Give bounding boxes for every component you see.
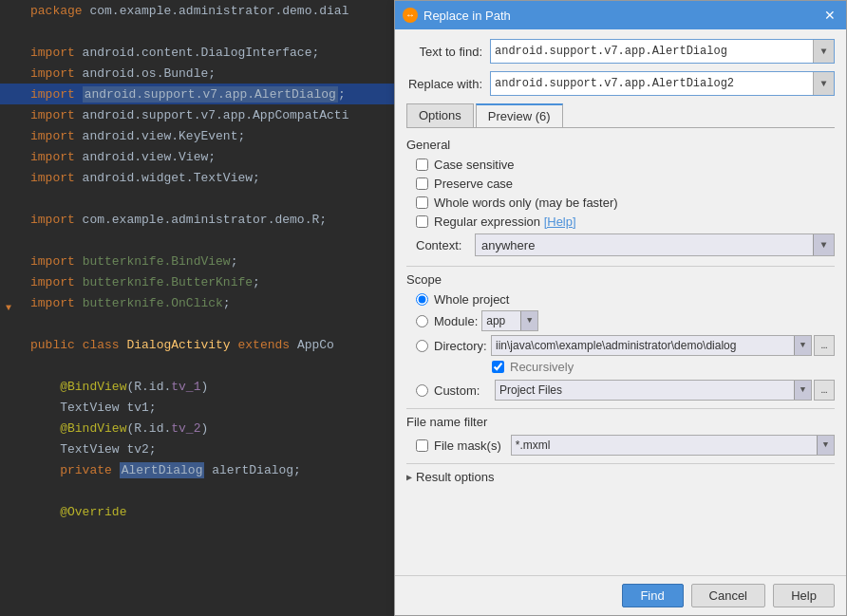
module-value: app	[482, 313, 520, 328]
replace-with-row: Replace with: ▼	[406, 71, 835, 96]
code-line-1: package com.example.administrator.demo.d…	[0, 0, 394, 21]
code-line-blank2	[0, 188, 394, 209]
module-dropdown-btn[interactable]: ▼	[520, 311, 537, 330]
regex-label: Regular expression [Help]	[434, 215, 576, 229]
file-mask-checkbox[interactable]	[416, 439, 428, 452]
code-line-import5: import android.view.KeyEvent;	[0, 125, 394, 146]
dialog-footer: Find Cancel Help	[395, 575, 846, 615]
dialog-replace-icon: ↔	[403, 8, 418, 23]
replace-with-input[interactable]	[491, 72, 813, 95]
whole-words-row: Whole words only (may be faster)	[416, 196, 835, 210]
file-mask-dropdown[interactable]: *.mxml ▼	[511, 435, 835, 456]
file-mask-value: *.mxml	[512, 438, 817, 453]
replace-with-dropdown[interactable]: ▼	[813, 72, 834, 95]
divider3	[406, 463, 835, 464]
preserve-case-row: Preserve case	[416, 177, 835, 191]
directory-dropdown-btn[interactable]: ▼	[794, 336, 811, 355]
directory-input[interactable]: iin\java\com\example\administrator\demo\…	[491, 335, 812, 356]
text-to-find-input[interactable]	[491, 40, 813, 63]
replace-with-input-wrap[interactable]: ▼	[490, 71, 835, 96]
code-line-blank3	[0, 230, 394, 251]
code-line-bk1: import butterknife.BindView;	[0, 251, 394, 271]
code-line-import6: import android.view.View;	[0, 146, 394, 167]
dialog-titlebar: ↔ Replace in Path ✕	[395, 1, 846, 29]
whole-project-row: Whole project	[416, 292, 835, 307]
custom-dropdown-btn[interactable]: ▼	[794, 381, 811, 400]
scope-section: Scope Whole project Module: app ▼	[406, 272, 835, 401]
recursive-row: Recursively	[492, 360, 835, 374]
divider	[406, 266, 835, 267]
file-filter-row: File mask(s) *.mxml ▼	[416, 435, 835, 456]
dialog-body: Text to find: ▼ Replace with: ▼ Options …	[395, 29, 846, 575]
code-line-tv1: TextView tv1;	[0, 397, 394, 418]
tab-preview[interactable]: Preview (6)	[476, 103, 563, 127]
custom-dropdown[interactable]: Project Files ▼	[495, 380, 812, 401]
custom-browse-btn[interactable]: …	[814, 380, 835, 401]
custom-label: Custom:	[434, 383, 491, 398]
directory-label: Directory:	[434, 339, 491, 353]
code-line-import7: import android.widget.TextView;	[0, 167, 394, 188]
case-sensitive-label: Case sensitive	[434, 158, 515, 172]
regex-row: Regular expression [Help]	[416, 215, 835, 229]
code-line-bk2: import butterknife.ButterKnife;	[0, 271, 394, 292]
tab-options[interactable]: Options	[406, 103, 474, 127]
module-dropdown[interactable]: app ▼	[481, 310, 538, 331]
tabs-row: Options Preview (6)	[406, 103, 835, 128]
text-to-find-input-wrap[interactable]: ▼	[490, 39, 835, 64]
result-options-row[interactable]: ▶ Result options	[406, 470, 835, 484]
code-line-blank6	[0, 480, 394, 501]
regex-help-link[interactable]: [Help]	[544, 215, 576, 229]
preserve-case-label: Preserve case	[434, 177, 513, 191]
custom-value: Project Files	[496, 383, 794, 398]
cancel-button[interactable]: Cancel	[691, 584, 765, 607]
directory-radio[interactable]	[416, 340, 428, 352]
code-line-override: @Override	[0, 501, 394, 522]
recursively-label: Recursively	[510, 360, 574, 374]
file-mask-dropdown-btn[interactable]: ▼	[817, 436, 834, 455]
file-filter-section: File name filter File mask(s) *.mxml ▼	[406, 415, 835, 456]
recursively-checkbox[interactable]	[492, 361, 504, 373]
code-line-import2: import android.os.Bundle;	[0, 63, 394, 84]
case-sensitive-checkbox[interactable]	[416, 159, 428, 171]
context-row: Context: anywhere ▼	[416, 233, 835, 256]
directory-value: iin\java\com\example\administrator\demo\…	[492, 338, 794, 353]
replace-with-label: Replace with:	[406, 77, 490, 91]
whole-project-label: Whole project	[434, 292, 509, 307]
code-line-import4: import android.support.v7.app.AppCompatA…	[0, 104, 394, 125]
code-line-import8: import com.example.administrator.demo.R;	[0, 209, 394, 230]
close-button[interactable]: ✕	[821, 7, 838, 24]
module-row: Module: app ▼	[416, 310, 835, 331]
code-line-ann2: @BindView(R.id.tv_2)	[0, 418, 394, 439]
context-value: anywhere	[476, 236, 813, 254]
code-line-blank5	[0, 355, 394, 376]
preserve-case-checkbox[interactable]	[416, 177, 428, 190]
code-editor: package com.example.administrator.demo.d…	[0, 0, 394, 616]
text-to-find-row: Text to find: ▼	[406, 39, 835, 64]
context-dropdown[interactable]: anywhere ▼	[475, 233, 835, 256]
context-dropdown-btn[interactable]: ▼	[813, 234, 834, 255]
result-options-collapse-icon: ▶	[406, 472, 412, 483]
code-line-blank4	[0, 313, 394, 334]
divider2	[406, 408, 835, 409]
code-line-class: public class DialogActivity extends AppC…	[0, 334, 394, 355]
dialog-title: Replace in Path	[424, 9, 511, 23]
context-label: Context:	[416, 238, 475, 252]
whole-words-checkbox[interactable]	[416, 196, 428, 209]
whole-project-radio[interactable]	[416, 293, 428, 306]
help-button[interactable]: Help	[773, 584, 835, 607]
custom-row: Custom: Project Files ▼ …	[416, 380, 835, 401]
replace-in-path-dialog: ↔ Replace in Path ✕ Text to find: ▼ Repl…	[394, 0, 847, 616]
directory-row: Directory: iin\java\com\example\administ…	[416, 335, 835, 356]
result-options-label: Result options	[416, 470, 494, 484]
case-sensitive-row: Case sensitive	[416, 158, 835, 172]
custom-radio[interactable]	[416, 384, 428, 397]
module-radio[interactable]	[416, 315, 428, 327]
directory-browse-btn[interactable]: …	[814, 335, 835, 356]
code-line-tv2: TextView tv2;	[0, 439, 394, 459]
regex-checkbox[interactable]	[416, 215, 428, 228]
code-line-bk3: ▼ import butterknife.OnClick;	[0, 292, 394, 313]
code-line-alertdialog: private AlertDialog alertDialog;	[0, 459, 394, 480]
text-to-find-label: Text to find:	[406, 45, 490, 59]
text-to-find-dropdown[interactable]: ▼	[813, 40, 834, 63]
find-button[interactable]: Find	[622, 584, 684, 607]
